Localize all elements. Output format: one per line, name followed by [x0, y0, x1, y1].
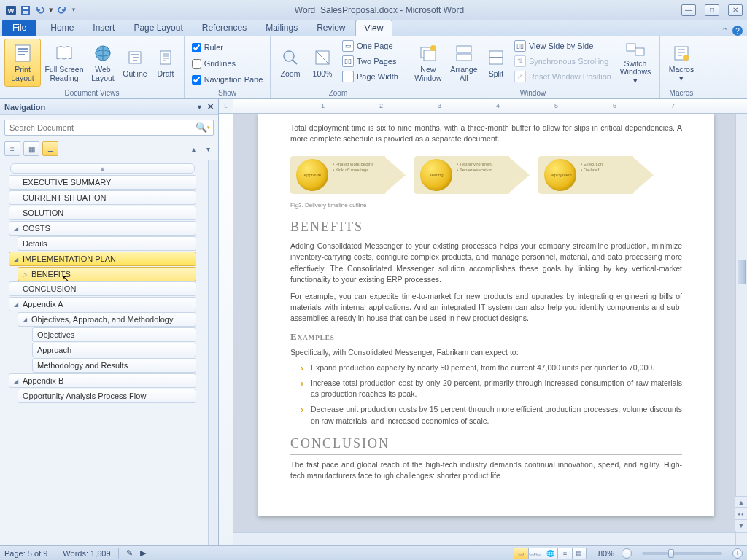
nav-item-approach[interactable]: Approach	[32, 343, 196, 357]
next-page-button[interactable]: ▼	[735, 519, 747, 531]
view-full-screen[interactable]: ▭▭	[528, 548, 543, 559]
svg-rect-22	[635, 48, 644, 55]
view-draft[interactable]: ▤	[572, 548, 587, 559]
tab-view[interactable]: View	[355, 20, 393, 36]
horizontal-ruler[interactable]: 1 2 3 4 5 6 7	[233, 99, 747, 114]
svg-point-17	[430, 45, 436, 51]
zoom-in-button[interactable]: +	[732, 548, 743, 559]
new-window-button[interactable]: New Window	[411, 39, 446, 87]
zoom-100-button[interactable]: 100%	[307, 39, 338, 87]
full-screen-reading-button[interactable]: Full Screen Reading	[42, 39, 86, 87]
zoom-button[interactable]: Zoom	[275, 39, 306, 87]
minimize-button[interactable]: —	[681, 4, 696, 16]
document-scroll-area[interactable]: Total deployment time is six to nine mon…	[233, 114, 747, 545]
nav-item-costs[interactable]: ◢COSTS	[9, 221, 196, 236]
tab-insert[interactable]: Insert	[83, 19, 124, 36]
horizontal-scrollbar[interactable]	[233, 532, 735, 545]
nav-item-oam[interactable]: ◢Objectives, Approach, and Methodology	[18, 312, 196, 327]
tab-page-layout[interactable]: Page Layout	[124, 19, 192, 36]
nav-item-details[interactable]: Details	[18, 236, 196, 251]
zoom-slider[interactable]	[642, 552, 722, 555]
zoom-slider-knob[interactable]	[668, 549, 674, 558]
page-width-button[interactable]: ↔Page Width	[339, 69, 401, 84]
undo-dropdown[interactable]: ▾	[48, 4, 54, 17]
tab-mailings[interactable]: Mailings	[256, 19, 307, 36]
outline-button[interactable]: Outline	[120, 39, 150, 87]
nav-collapse-all[interactable]: ▲	[10, 163, 195, 174]
nav-item-benefits[interactable]: ▷BENEFITS ↖	[18, 267, 196, 281]
split-button[interactable]: Split	[482, 39, 510, 87]
one-page-button[interactable]: ▭One Page	[339, 39, 401, 53]
close-button[interactable]: ✕	[728, 4, 743, 16]
word-app-icon[interactable]: W	[4, 4, 18, 17]
tab-file[interactable]: File	[2, 20, 36, 36]
nav-next-button[interactable]: ▾	[202, 141, 214, 156]
maximize-button[interactable]: □	[705, 4, 719, 16]
navigation-pane-checkbox[interactable]: Navigation Pane	[190, 72, 265, 87]
nav-headings-tab[interactable]: ≡	[4, 141, 20, 156]
svg-rect-6	[18, 48, 28, 50]
redo-icon[interactable]	[55, 4, 69, 17]
view-outline[interactable]: ≡	[557, 548, 572, 559]
vertical-ruler[interactable]	[219, 114, 233, 545]
tab-review[interactable]: Review	[307, 19, 355, 36]
group-zoom: Zoom 100% ▭One Page ▯▯Two Pages ↔Page Wi…	[271, 36, 406, 98]
nav-item-implementation-plan[interactable]: ◢IMPLEMENTATION PLAN	[9, 252, 196, 266]
search-input[interactable]	[4, 120, 214, 136]
ruler-checkbox[interactable]: Ruler	[190, 40, 225, 55]
qat-customize-dropdown[interactable]: ▼	[70, 4, 77, 17]
nav-item-conclusion[interactable]: CONCLUSION	[9, 281, 196, 296]
nav-pages-tab[interactable]: ▦	[23, 141, 39, 156]
view-web[interactable]: 🌐	[543, 548, 557, 559]
nav-pane-dropdown-icon[interactable]: ▼	[196, 104, 203, 111]
macros-button[interactable]: Macros ▾	[665, 39, 698, 87]
status-macro-icon[interactable]: ▶	[140, 548, 146, 558]
switch-windows-button[interactable]: Switch Windows ▾	[616, 39, 655, 87]
status-proofing-icon[interactable]: ✎	[126, 548, 133, 558]
nav-item-current-situation[interactable]: CURRENT SITUATION	[9, 190, 196, 205]
draft-icon	[155, 47, 177, 69]
view-side-by-side-button[interactable]: ▯▯View Side by Side	[511, 39, 614, 53]
nav-item-appendix-a[interactable]: ◢Appendix A	[9, 297, 196, 311]
heading-conclusion: CONCLUSION	[290, 434, 682, 455]
nav-item-opportunity-analysis[interactable]: Opportunity Analysis Process Flow	[18, 389, 196, 403]
nav-item-methodology[interactable]: Methodology and Results	[32, 358, 196, 373]
select-browse-object-button[interactable]: ●●	[735, 508, 747, 519]
benefits-para-2: For example, you can expedite time-to-ma…	[290, 291, 682, 324]
gridlines-checkbox[interactable]: Gridlines	[190, 56, 237, 71]
zoom-out-button[interactable]: −	[622, 548, 632, 559]
status-page[interactable]: Page: 5 of 9	[4, 549, 47, 558]
search-icon[interactable]: 🔍▾	[196, 122, 210, 133]
figure-caption: Fig3. Delivery timeline outline	[290, 201, 682, 210]
print-layout-button[interactable]: Print Layout	[4, 39, 41, 87]
ruler-corner[interactable]: L	[219, 99, 233, 114]
nav-item-objectives[interactable]: Objectives	[32, 327, 196, 342]
tab-home[interactable]: Home	[41, 19, 83, 36]
nav-item-appendix-b[interactable]: ◢Appendix B	[9, 373, 196, 388]
help-icon[interactable]: ?	[732, 26, 743, 36]
svg-rect-4	[23, 11, 28, 14]
view-print-layout[interactable]: ▭	[514, 548, 528, 559]
arrange-all-button[interactable]: Arrange All	[447, 39, 481, 87]
status-words[interactable]: Words: 1,609	[63, 549, 110, 558]
tab-references[interactable]: References	[193, 19, 256, 36]
nav-item-solution[interactable]: SOLUTION	[9, 206, 196, 220]
draft-button[interactable]: Draft	[152, 39, 179, 87]
switch-windows-icon	[624, 41, 646, 58]
undo-icon[interactable]	[34, 4, 47, 17]
scrollbar-thumb[interactable]	[738, 260, 746, 284]
document-page[interactable]: Total deployment time is six to nine mon…	[258, 114, 714, 516]
web-layout-button[interactable]: Web Layout	[88, 39, 118, 87]
nav-prev-button[interactable]: ▴	[187, 141, 199, 156]
vertical-scrollbar[interactable]	[735, 114, 747, 532]
previous-page-button[interactable]: ▲	[735, 496, 747, 508]
save-icon[interactable]	[19, 4, 32, 17]
nav-item-executive-summary[interactable]: EXECUTIVE SUMMARY	[9, 175, 196, 190]
zoom-level[interactable]: 80%	[598, 549, 614, 558]
nav-scrollbar[interactable]	[208, 160, 218, 545]
doc-intro-text: Total deployment time is six to nine mon…	[290, 122, 682, 144]
nav-pane-close-icon[interactable]: ✕	[207, 102, 214, 112]
nav-results-tab[interactable]: ☰	[42, 141, 58, 156]
minimize-ribbon-icon[interactable]: ⌃	[721, 26, 728, 36]
two-pages-button[interactable]: ▯▯Two Pages	[339, 54, 401, 69]
